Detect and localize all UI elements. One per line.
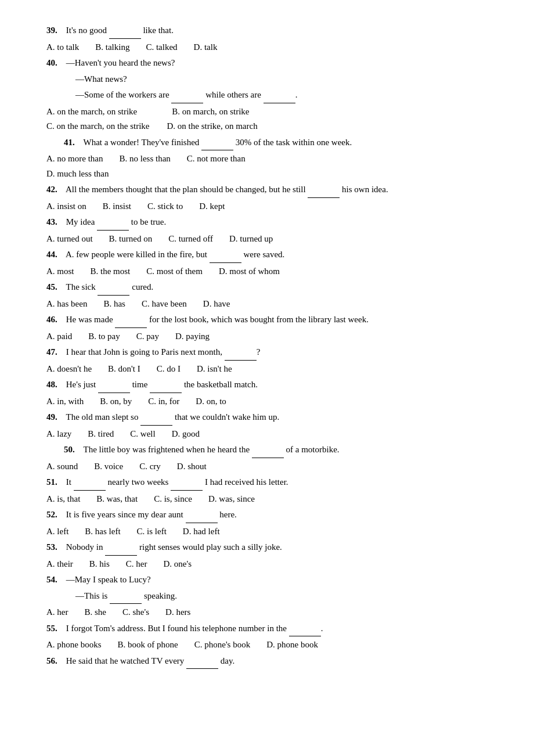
options-line: A. is, thatB. was, thatC. is, sinceD. wa… xyxy=(46,492,488,507)
question-text: 46. He was made for the lost book, which… xyxy=(46,312,488,328)
question-block: 50. The little boy was frightened when h… xyxy=(46,442,488,474)
question-block: 43. My idea to be true.A. turned outB. t… xyxy=(46,215,488,246)
options-line: A. soundB. voiceC. cryD. shout xyxy=(46,459,488,474)
question-text: 47. I hear that John is going to Paris n… xyxy=(46,345,488,361)
question-block: 56. He said that he watched TV every day… xyxy=(46,654,488,669)
options-line: A. on the march, on strikeB. on march, o… xyxy=(46,105,488,134)
question-block: 55. I forgot Tom's address. But I found … xyxy=(46,621,488,653)
question-block: 49. The old man slept so that we couldn'… xyxy=(46,410,488,441)
question-subtext2: —Some of the workers are while others ar… xyxy=(75,88,488,103)
question-text: 51. It nearly two weeks I had received h… xyxy=(46,475,488,491)
options-line: A. turned outB. turned onC. turned offD.… xyxy=(46,232,488,247)
question-block: 44. A. few people were killed in the fir… xyxy=(46,247,488,279)
question-block: 47. I hear that John is going to Paris n… xyxy=(46,345,488,376)
question-text: 40. —Haven't you heard the news? xyxy=(46,56,488,71)
question-block: 48. He's just time the basketball match.… xyxy=(46,377,488,409)
question-block: 52. It is five years since my dear aunt … xyxy=(46,507,488,539)
options-line: A. theirB. hisC. herD. one's xyxy=(46,557,488,572)
question-text: 54. —May I speak to Lucy? xyxy=(46,573,488,588)
question-text: 50. The little boy was frightened when h… xyxy=(46,442,488,458)
question-subtext: —What news? xyxy=(75,72,488,87)
question-block: 46. He was made for the lost book, which… xyxy=(46,312,488,344)
question-block: 51. It nearly two weeks I had received h… xyxy=(46,475,488,506)
question-block: 45. The sick cured.A. has beenB. hasC. h… xyxy=(46,280,488,311)
options-line: A. paidB. to payC. payD. paying xyxy=(46,329,488,344)
question-block: 42. All the members thought that the pla… xyxy=(46,182,488,214)
question-text: 44. A. few people were killed in the fir… xyxy=(46,247,488,263)
options-line: A. has beenB. hasC. have beenD. have xyxy=(46,297,488,312)
options-line: A. no more thanB. no less thanC. not mor… xyxy=(46,152,488,181)
exam-content: 39. It's no good like that.A. to talkB. … xyxy=(46,23,488,669)
question-text: 56. He said that he watched TV every day… xyxy=(46,654,488,669)
options-line: A. in, withB. on, byC. in, forD. on, to xyxy=(46,394,488,409)
options-line: A. to talkB. talkingC. talkedD. talk xyxy=(46,40,488,55)
options-line: A. herB. sheC. she'sD. hers xyxy=(46,605,488,620)
question-text: 55. I forgot Tom's address. But I found … xyxy=(46,621,488,637)
question-block: 39. It's no good like that.A. to talkB. … xyxy=(46,23,488,55)
question-text: 41. What a wonder! They've finished 30% … xyxy=(46,135,488,151)
question-text: 45. The sick cured. xyxy=(46,280,488,296)
question-text: 42. All the members thought that the pla… xyxy=(46,182,488,198)
options-line: A. doesn't heB. don't IC. do ID. isn't h… xyxy=(46,362,488,377)
options-line: A. mostB. the mostC. most of themD. most… xyxy=(46,264,488,279)
question-block: 41. What a wonder! They've finished 30% … xyxy=(46,135,488,182)
question-text: 39. It's no good like that. xyxy=(46,23,488,39)
question-block: 54. —May I speak to Lucy?—This is speaki… xyxy=(46,573,488,620)
question-text: 52. It is five years since my dear aunt … xyxy=(46,507,488,523)
question-text: 49. The old man slept so that we couldn'… xyxy=(46,410,488,426)
options-line: A. phone booksB. book of phoneC. phone's… xyxy=(46,638,488,653)
question-block: 40. —Haven't you heard the news?—What ne… xyxy=(46,56,488,134)
options-line: A. lazyB. tiredC. wellD. good xyxy=(46,427,488,442)
options-line: A. insist onB. insistC. stick toD. kept xyxy=(46,199,488,214)
question-subtext: —This is speaking. xyxy=(75,589,488,604)
options-line: A. leftB. has leftC. is leftD. had left xyxy=(46,524,488,539)
question-text: 43. My idea to be true. xyxy=(46,215,488,231)
question-text: 53. Nobody in right senses would play su… xyxy=(46,540,488,556)
question-text: 48. He's just time the basketball match. xyxy=(46,377,488,393)
question-block: 53. Nobody in right senses would play su… xyxy=(46,540,488,571)
